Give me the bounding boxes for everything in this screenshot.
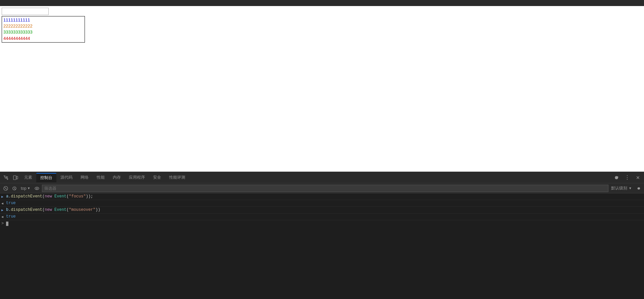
svg-point-5 (35, 187, 39, 190)
console-entry-3: ▶ b.dispatchEvent(new Event("mouseover")… (0, 207, 644, 214)
svg-line-3 (5, 187, 7, 189)
tab-console[interactable]: 控制台 (36, 173, 56, 182)
context-selector[interactable]: top ▼ (19, 185, 32, 192)
log-level-label: 默认级别 (611, 185, 627, 191)
svg-rect-1 (16, 176, 18, 179)
console-input-line[interactable]: > (0, 220, 644, 227)
devtools-console: ▶ a.dispatchEvent(new Event("focus")); ◀… (0, 193, 644, 299)
text-line-1: 11111111111 (3, 17, 83, 23)
text-line-3: 333333333333 (3, 29, 83, 35)
console-return-2: true (6, 214, 643, 219)
devtools-tab-bar: 元素 控制台 源代码 网络 性能 内存 应用程序 安全 性能评测 (0, 172, 644, 183)
console-arrow-4: ◀ (1, 215, 6, 219)
log-level-selector[interactable]: 默认级别 ▼ (610, 185, 633, 192)
page-area: 11111111111 222222222222 333333333333 44… (0, 6, 644, 172)
page-input[interactable] (2, 8, 49, 15)
tab-application[interactable]: 应用程序 (125, 173, 149, 182)
devtools-toolbar: top ▼ 默认级别 ▼ (0, 183, 644, 193)
text-box: 11111111111 222222222222 333333333333 44… (2, 16, 85, 43)
svg-rect-0 (13, 176, 16, 180)
tab-security[interactable]: 安全 (149, 173, 165, 182)
console-arrow-2: ◀ (1, 201, 6, 205)
console-entry-2: ◀ true (0, 200, 644, 207)
console-arrow-1[interactable]: ▶ (1, 195, 6, 199)
context-selector-label: top (21, 186, 27, 191)
console-arrow-3[interactable]: ▶ (1, 208, 6, 212)
console-entry-1: ▶ a.dispatchEvent(new Event("focus")); (0, 193, 644, 200)
tab-elements[interactable]: 元素 (20, 173, 36, 182)
devtools-panel: 元素 控制台 源代码 网络 性能 内存 应用程序 安全 性能评测 (0, 172, 644, 299)
devtools-inspect-icon[interactable] (1, 173, 11, 182)
tab-performance[interactable]: 性能 (93, 173, 109, 182)
devtools-close-icon[interactable]: ✕ (633, 173, 643, 182)
tab-sources[interactable]: 源代码 (56, 173, 77, 182)
console-code-1: a.dispatchEvent(new Event("focus")); (6, 194, 643, 199)
devtools-more-icon[interactable]: ⋮ (623, 173, 632, 182)
console-filter-input[interactable] (42, 185, 609, 192)
tab-memory[interactable]: 内存 (109, 173, 125, 182)
console-prompt-symbol: > (1, 221, 6, 226)
text-line-2: 222222222222 (3, 23, 83, 29)
text-line-4: 44444444444 (3, 36, 83, 42)
console-entry-4: ◀ true (0, 214, 644, 220)
devtools-settings-icon[interactable] (612, 173, 621, 182)
console-cursor (6, 222, 8, 226)
tab-network[interactable]: 网络 (77, 173, 93, 182)
clear-console-icon[interactable] (2, 185, 9, 192)
console-settings-icon[interactable] (635, 185, 642, 192)
console-code-2: b.dispatchEvent(new Event("mouseover")) (6, 207, 643, 212)
console-return-1: true (6, 201, 643, 205)
browser-top-bar (0, 0, 644, 6)
show-hide-icon[interactable] (33, 185, 41, 192)
svg-point-6 (36, 188, 38, 189)
tab-lighthouse[interactable]: 性能评测 (165, 173, 189, 182)
devtools-right-icons: ⋮ ✕ (612, 173, 643, 182)
devtools-device-icon[interactable] (11, 173, 20, 182)
preserve-log-icon[interactable] (11, 185, 18, 192)
